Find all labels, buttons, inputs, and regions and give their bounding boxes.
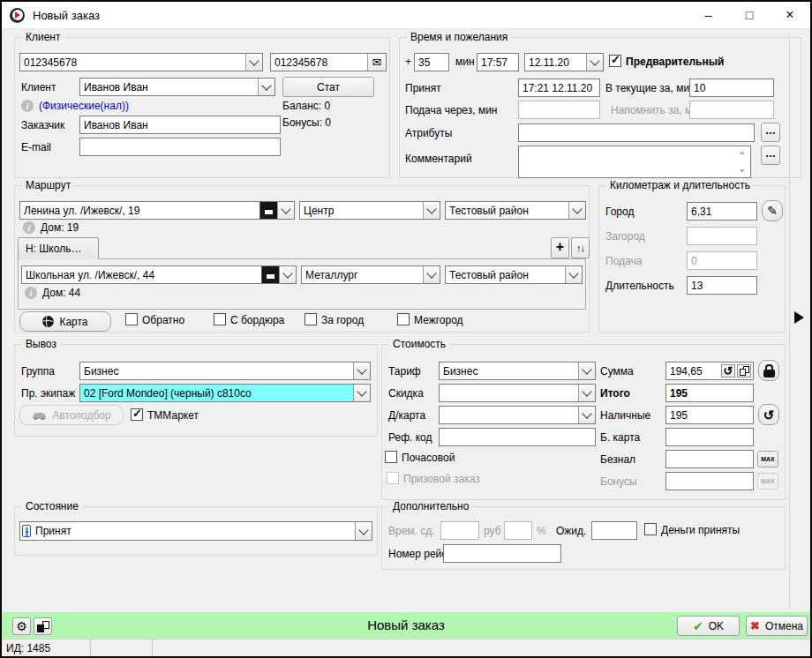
close-button[interactable]: × (770, 2, 810, 28)
time-input[interactable] (477, 53, 519, 71)
state-group-label: Состояние (22, 500, 82, 513)
to-district-combo[interactable]: Металлург (301, 265, 440, 284)
return-label: Обратно (142, 314, 184, 327)
comment-textarea[interactable] (518, 146, 751, 178)
edit-mileage-button[interactable]: ✎ (762, 200, 783, 221)
scroll-down-icon[interactable] (740, 169, 745, 173)
cashless-max-button[interactable]: MAX (757, 451, 778, 467)
email-label: E-mail (21, 141, 51, 154)
expand-panel-arrow[interactable] (794, 311, 804, 324)
from-district-combo[interactable]: Центр (299, 201, 440, 220)
cost-group-label: Стоимость (389, 338, 449, 351)
client-group-label: Клиент (22, 31, 64, 44)
add-stop-button[interactable]: + (551, 237, 569, 258)
bonus-max-button: MAX (757, 473, 778, 490)
stop-tab[interactable]: Н: Школь… (18, 237, 99, 259)
client-category-link[interactable]: (Физические(нал)) (39, 100, 129, 113)
info-icon[interactable]: i (25, 287, 37, 299)
accepted-label: Принят (405, 82, 441, 95)
refcode-input[interactable] (439, 428, 596, 446)
phone-combo[interactable]: 012345678 (19, 53, 263, 71)
from-house-info: Дом: 19 (41, 221, 79, 235)
offset-min-input[interactable] (414, 53, 449, 71)
money-accepted-checkbox[interactable] (644, 523, 657, 535)
home-button[interactable] (261, 266, 279, 283)
maximize-button[interactable]: □ (729, 2, 770, 28)
chevron-down-icon[interactable] (586, 54, 603, 71)
client-name-combo[interactable]: Иванов Иван (79, 78, 275, 96)
attributes-more-button[interactable]: … (761, 123, 780, 142)
recalc-sum-button[interactable]: ↺ (721, 364, 735, 378)
chevron-down-icon[interactable] (245, 54, 262, 71)
bcard-input[interactable] (665, 428, 754, 446)
crew-combo[interactable]: 02 [Ford Mondeo] (черный) с810со (79, 384, 371, 402)
discount-combo[interactable] (439, 384, 596, 402)
client-name-value: Иванов Иван (80, 81, 258, 93)
duration-input[interactable] (687, 276, 757, 295)
minimize-button[interactable]: – (688, 2, 729, 28)
home-button[interactable] (259, 202, 277, 219)
tmmarket-checkbox[interactable] (131, 408, 143, 421)
chevron-down-icon[interactable] (277, 202, 294, 219)
to-zone-combo[interactable]: Тестовый район (445, 265, 583, 284)
cancel-button[interactable]: ✖ Отмена (746, 616, 808, 636)
feed-km-input (687, 251, 757, 270)
city-km-input[interactable] (687, 202, 757, 221)
chevron-down-icon[interactable] (355, 522, 372, 540)
swap-stops-button[interactable]: ↑↓ (571, 237, 590, 258)
total-input[interactable] (665, 384, 754, 402)
chevron-down-icon[interactable] (353, 363, 370, 379)
from-address-combo[interactable]: Ленина ул. /Ижевск/, 19 (19, 201, 295, 220)
curb-label: С бордюра (230, 314, 284, 327)
flight-input[interactable] (443, 544, 561, 563)
min-label: мин (455, 56, 475, 69)
phone-alt-field[interactable]: 012345678 ✉ (270, 53, 387, 71)
copy-sum-button[interactable] (737, 364, 751, 378)
ellipsis-icon: … (765, 124, 776, 137)
scroll-up-icon[interactable] (740, 151, 745, 154)
preliminary-checkbox[interactable] (609, 55, 621, 67)
chevron-down-icon[interactable] (565, 266, 582, 283)
send-sms-button[interactable]: ✉ (367, 54, 386, 71)
reset-cash-button[interactable]: ↺ (758, 404, 779, 425)
dcard-combo[interactable] (439, 406, 596, 424)
crew-group-combo[interactable]: Бизнес (79, 362, 371, 380)
customer-input[interactable] (79, 116, 281, 134)
accepted-input[interactable] (518, 79, 600, 97)
in-current-input[interactable] (689, 79, 774, 97)
hourly-checkbox[interactable] (385, 451, 397, 463)
wait-input[interactable] (591, 521, 637, 540)
chevron-down-icon[interactable] (578, 385, 595, 401)
info-icon[interactable]: i (23, 221, 35, 234)
client-label: Клиент (21, 81, 56, 94)
comment-more-button[interactable]: … (761, 146, 780, 165)
duration-label: Длительность (605, 280, 674, 293)
state-combo[interactable]: Принят (19, 521, 372, 541)
info-icon[interactable]: i (21, 100, 34, 112)
chevron-down-icon[interactable] (423, 266, 440, 283)
chevron-down-icon[interactable] (578, 363, 595, 379)
chevron-down-icon[interactable] (258, 79, 274, 95)
chevron-down-icon[interactable] (578, 407, 595, 423)
tariff-combo[interactable]: Бизнес (439, 362, 596, 380)
ok-button[interactable]: ✔ OK (677, 616, 740, 636)
to-address-combo[interactable]: Школьная ул. /Ижевск/, 44 (21, 265, 297, 284)
stat-button[interactable]: Стат (282, 77, 374, 97)
return-checkbox[interactable] (125, 313, 138, 325)
out-of-town-checkbox[interactable] (304, 313, 317, 325)
map-button[interactable]: Карта (19, 311, 111, 332)
attributes-input[interactable] (518, 123, 755, 142)
chevron-down-icon[interactable] (423, 202, 440, 219)
chevron-down-icon[interactable] (568, 202, 585, 219)
from-zone-combo[interactable]: Тестовый район (445, 201, 586, 220)
cash-input[interactable] (665, 406, 754, 424)
sum-field[interactable]: 194,65 ↺ (665, 362, 754, 380)
email-input[interactable] (79, 138, 281, 156)
chevron-down-icon[interactable] (279, 266, 296, 283)
cashless-input[interactable] (665, 450, 754, 468)
lock-sum-button[interactable] (758, 360, 779, 381)
date-combo[interactable]: 12.11.20 (524, 53, 604, 71)
curb-checkbox[interactable] (214, 313, 226, 325)
chevron-down-icon[interactable] (353, 385, 370, 401)
intercity-checkbox[interactable] (397, 313, 410, 325)
